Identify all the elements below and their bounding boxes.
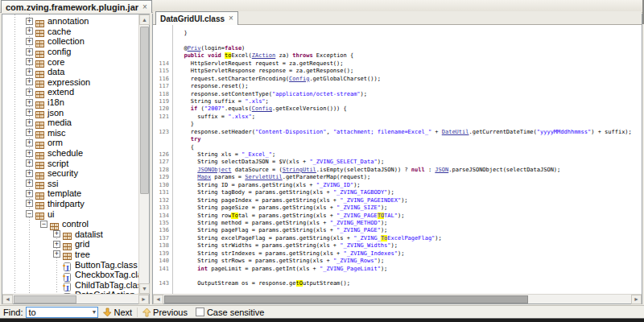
tree-vscroll-thumb[interactable] xyxy=(140,27,149,194)
class-link[interactable]: ZAction xyxy=(252,52,276,59)
line-number: 137 xyxy=(153,235,169,242)
collapse-icon[interactable]: − xyxy=(40,221,47,228)
expand-icon[interactable]: + xyxy=(26,119,33,126)
expand-icon[interactable]: + xyxy=(26,99,33,106)
tree-item-grid[interactable]: +grid xyxy=(2,239,138,250)
tree-item-extend[interactable]: +extend xyxy=(2,87,138,97)
code-hscroll-thumb[interactable] xyxy=(164,295,528,303)
code-token: null xyxy=(411,167,425,173)
tree-item-media[interactable]: +media xyxy=(2,118,138,128)
expand-icon[interactable]: + xyxy=(26,48,33,56)
class-link[interactable]: Config xyxy=(252,105,272,112)
class-link[interactable]: JSON xyxy=(435,167,448,173)
expand-icon[interactable]: + xyxy=(26,27,33,35)
tree-hscroll-thumb[interactable] xyxy=(14,295,76,303)
close-icon[interactable]: × xyxy=(142,3,147,11)
expand-icon[interactable]: + xyxy=(26,180,33,187)
line-number: 135 xyxy=(153,220,169,227)
expand-icon[interactable]: + xyxy=(26,170,33,177)
tree-item-ssi[interactable]: +ssi xyxy=(2,179,138,189)
class-link[interactable]: Mapx xyxy=(197,174,211,180)
expand-icon[interactable]: + xyxy=(53,230,60,237)
class-link[interactable]: Config xyxy=(289,76,309,82)
code-token: .parseJSONObject(selectDataJSON); xyxy=(448,167,560,173)
tree-item-thirdparty[interactable]: +thirdparty xyxy=(2,199,138,209)
scroll-right-icon[interactable]: ► xyxy=(138,295,149,304)
code-token: String ID = params.getString(xls + xyxy=(177,182,316,188)
tree-item-security[interactable]: +security xyxy=(2,168,138,179)
expand-icon[interactable]: + xyxy=(26,190,33,197)
class-link[interactable]: StringUtil xyxy=(283,167,316,173)
expand-icon[interactable]: + xyxy=(53,241,60,248)
class-link[interactable]: ServletUtil xyxy=(245,174,282,180)
tree-item-label: thirdparty xyxy=(47,199,85,208)
class-link[interactable]: DateUtil xyxy=(442,129,469,135)
java-class-icon: J xyxy=(63,280,72,289)
code-token: : xyxy=(425,167,436,173)
code-editor[interactable]: } @Priv(login=false) public void toExcel… xyxy=(153,25,642,294)
tree-item-misc[interactable]: +misc xyxy=(2,128,138,138)
collapse-icon[interactable]: − xyxy=(26,210,33,217)
find-previous-button[interactable]: Previous xyxy=(141,308,189,317)
tree-item-annotation[interactable]: +annotation xyxy=(2,16,138,27)
tree-item-template[interactable]: +template xyxy=(2,188,138,199)
tree-item-expression[interactable]: +expression xyxy=(2,77,138,88)
expand-icon[interactable]: + xyxy=(26,109,33,116)
tree-vertical-scrollbar[interactable]: ▲ ▼ xyxy=(138,14,149,294)
expand-icon[interactable]: + xyxy=(26,58,33,65)
case-sensitive-toggle[interactable]: Case sensitive xyxy=(196,308,265,317)
close-icon[interactable]: × xyxy=(229,14,233,23)
tab-datagridui-class[interactable]: DataGridUI.class × xyxy=(155,11,238,25)
scroll-up-icon[interactable]: ▲ xyxy=(139,14,150,25)
tree-item-cache[interactable]: +cache xyxy=(2,27,138,37)
expand-icon[interactable]: + xyxy=(26,18,33,25)
code-line: 135 String method = params.getString(xls… xyxy=(153,220,642,227)
expand-icon[interactable]: + xyxy=(26,68,33,76)
find-input[interactable] xyxy=(27,308,86,317)
find-next-button[interactable]: Next xyxy=(101,308,134,317)
code-token: "_ZVING_Indexes" xyxy=(344,250,398,257)
package-icon xyxy=(35,209,44,218)
scroll-left-icon[interactable]: ◄ xyxy=(2,295,13,304)
tree-item-ui[interactable]: −ui xyxy=(2,208,138,219)
tree-item-core[interactable]: +core xyxy=(2,56,138,67)
tree-item-collection[interactable]: +collection xyxy=(2,36,138,47)
scroll-right-icon[interactable]: ► xyxy=(631,295,642,304)
tree-item-orm[interactable]: +orm xyxy=(2,138,138,148)
expand-icon[interactable]: + xyxy=(26,38,33,45)
tree-item-i18n[interactable]: +i18n xyxy=(2,97,138,108)
code-line: 121 suffix = ".xlsx"; xyxy=(153,114,642,121)
expand-icon[interactable]: + xyxy=(26,150,33,157)
checkbox-icon[interactable] xyxy=(196,308,204,316)
chevron-down-icon[interactable]: ▼ xyxy=(92,309,97,315)
expand-icon[interactable]: + xyxy=(26,129,33,136)
expand-icon[interactable]: + xyxy=(26,78,33,85)
tree-item-schedule[interactable]: +schedule xyxy=(2,148,138,159)
tree-item-childtabtag-class[interactable]: JChildTabTag.class xyxy=(2,279,138,290)
tree-item-data[interactable]: +data xyxy=(2,67,138,77)
tree-item-checkboxtag-class[interactable]: JCheckboxTag.class xyxy=(2,270,138,280)
line-number: 114 xyxy=(153,60,169,68)
class-link[interactable]: Priv xyxy=(188,45,201,52)
scroll-down-icon[interactable]: ▼ xyxy=(139,283,150,294)
code-token: ); xyxy=(391,242,398,249)
tree-item-config[interactable]: +config xyxy=(2,47,138,57)
scroll-left-icon[interactable]: ◄ xyxy=(153,295,163,304)
tree-horizontal-scrollbar[interactable]: ◄ ► xyxy=(2,294,149,303)
code-horizontal-scrollbar[interactable]: ◄ ► xyxy=(153,294,642,303)
expand-icon[interactable]: + xyxy=(26,200,33,207)
class-link[interactable]: JSONObject xyxy=(197,167,231,173)
code-token: ); xyxy=(398,213,404,219)
expand-icon[interactable]: + xyxy=(26,139,33,147)
tree-item-control[interactable]: −control xyxy=(2,219,138,229)
expand-icon[interactable]: + xyxy=(53,250,60,258)
tree-item-tree[interactable]: +tree xyxy=(2,250,138,260)
tree-item-buttontag-class[interactable]: JButtonTag.class xyxy=(2,259,138,270)
tree-item-json[interactable]: +json xyxy=(2,107,138,118)
expand-icon[interactable]: + xyxy=(26,159,33,167)
tree-item-datalist[interactable]: +datalist xyxy=(2,229,138,239)
tree-item-script[interactable]: +script xyxy=(2,158,138,168)
expand-icon[interactable]: + xyxy=(26,89,33,96)
code-line: 126 String xls = "_Excel_"; xyxy=(153,151,642,159)
tab-jar-file[interactable]: com.zving.framework.plugin.jar × xyxy=(1,0,152,13)
